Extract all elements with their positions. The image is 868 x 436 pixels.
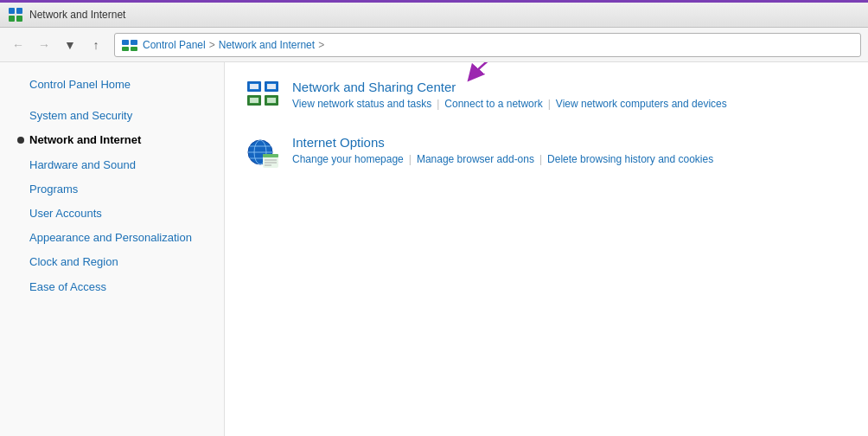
dropdown-button[interactable]: ▼ <box>59 34 81 56</box>
link-sep-4: | <box>539 153 542 165</box>
sidebar-label-network-internet: Network and Internet <box>29 132 141 148</box>
network-sharing-icon <box>246 80 280 114</box>
breadcrumb-control-panel[interactable]: Control Panel <box>143 39 206 51</box>
title-bar-icon <box>9 8 22 22</box>
sidebar-divider-1 <box>0 97 224 104</box>
sidebar: Control Panel Home System and Security N… <box>0 62 225 436</box>
sidebar-link-user-accounts[interactable]: User Accounts <box>29 206 102 221</box>
svg-rect-21 <box>267 84 276 89</box>
link-delete-history[interactable]: Delete browsing history and cookies <box>547 153 713 165</box>
sidebar-item-hardware-sound[interactable]: Hardware and Sound <box>0 153 224 177</box>
title-bar: Network and Internet <box>0 0 868 28</box>
network-sharing-content: Network and Sharing Center View network … <box>292 80 727 110</box>
sidebar-link-appearance[interactable]: Appearance and Personalization <box>29 230 192 246</box>
address-path: Control Panel > Network and Internet > <box>143 39 324 51</box>
link-manage-addons[interactable]: Manage browser add-ons <box>417 153 534 165</box>
sidebar-link-system-security[interactable]: System and Security <box>29 108 132 124</box>
svg-rect-2 <box>9 16 15 22</box>
address-icon <box>122 38 137 52</box>
sidebar-link-clock-region[interactable]: Clock and Region <box>29 254 118 270</box>
sidebar-link-hardware-sound[interactable]: Hardware and Sound <box>29 157 136 173</box>
link-change-homepage[interactable]: Change your homepage <box>292 153 404 165</box>
breadcrumb-network-internet[interactable]: Network and Internet <box>219 39 315 51</box>
svg-rect-3 <box>16 16 22 22</box>
main-area: Control Panel Home System and Security N… <box>0 62 868 436</box>
address-bar[interactable]: Control Panel > Network and Internet > <box>114 33 861 57</box>
sidebar-item-network-internet[interactable]: Network and Internet <box>0 128 224 152</box>
content-area: Network and Sharing Center View network … <box>225 62 868 436</box>
link-view-network-computers[interactable]: View network computers and devices <box>556 98 727 110</box>
svg-rect-4 <box>122 40 129 45</box>
section-internet-options: Internet Options Change your homepage | … <box>246 135 847 170</box>
svg-rect-6 <box>122 47 129 51</box>
sidebar-link-control-panel-home[interactable]: Control Panel Home <box>29 77 131 93</box>
active-bullet <box>17 137 24 144</box>
sidebar-item-clock-region[interactable]: Clock and Region <box>0 250 224 274</box>
internet-options-links: Change your homepage | Manage browser ad… <box>292 153 713 165</box>
svg-rect-5 <box>131 40 137 45</box>
internet-options-title[interactable]: Internet Options <box>292 135 713 150</box>
svg-rect-7 <box>131 47 137 51</box>
sidebar-link-ease-access[interactable]: Ease of Access <box>29 279 106 295</box>
link-view-network-status[interactable]: View network status and tasks <box>292 98 431 110</box>
network-sharing-title[interactable]: Network and Sharing Center <box>292 80 456 94</box>
sep-1: > <box>209 39 215 51</box>
link-connect-network[interactable]: Connect to a network <box>444 98 542 110</box>
forward-button[interactable]: → <box>33 34 55 56</box>
internet-options-icon <box>246 135 280 170</box>
sidebar-item-system-security[interactable]: System and Security <box>0 104 224 128</box>
sidebar-link-programs[interactable]: Programs <box>29 182 78 197</box>
sidebar-item-appearance[interactable]: Appearance and Personalization <box>0 226 224 250</box>
svg-rect-20 <box>250 84 258 89</box>
svg-rect-1 <box>16 8 22 14</box>
sep-2: > <box>318 39 324 51</box>
internet-options-content: Internet Options Change your homepage | … <box>292 135 713 165</box>
title-bar-text: Network and Internet <box>29 9 125 21</box>
svg-rect-23 <box>267 98 276 103</box>
link-sep-3: | <box>409 153 412 165</box>
network-sharing-links: View network status and tasks | Connect … <box>292 98 727 110</box>
sidebar-item-user-accounts[interactable]: User Accounts <box>0 202 224 226</box>
link-sep-1: | <box>437 98 439 110</box>
nav-bar: ← → ▼ ↑ Control Panel > Network and Inte… <box>0 28 868 62</box>
section-network-sharing: Network and Sharing Center View network … <box>246 80 847 114</box>
svg-rect-0 <box>9 8 15 14</box>
sidebar-item-control-panel-home[interactable]: Control Panel Home <box>0 73 224 97</box>
sidebar-item-programs[interactable]: Programs <box>0 177 224 202</box>
link-sep-2: | <box>548 98 551 110</box>
svg-rect-31 <box>263 154 278 157</box>
back-button[interactable]: ← <box>7 34 29 56</box>
svg-rect-22 <box>250 98 258 103</box>
up-button[interactable]: ↑ <box>85 34 107 56</box>
arrow-annotation <box>447 62 551 93</box>
sidebar-item-ease-access[interactable]: Ease of Access <box>0 275 224 299</box>
